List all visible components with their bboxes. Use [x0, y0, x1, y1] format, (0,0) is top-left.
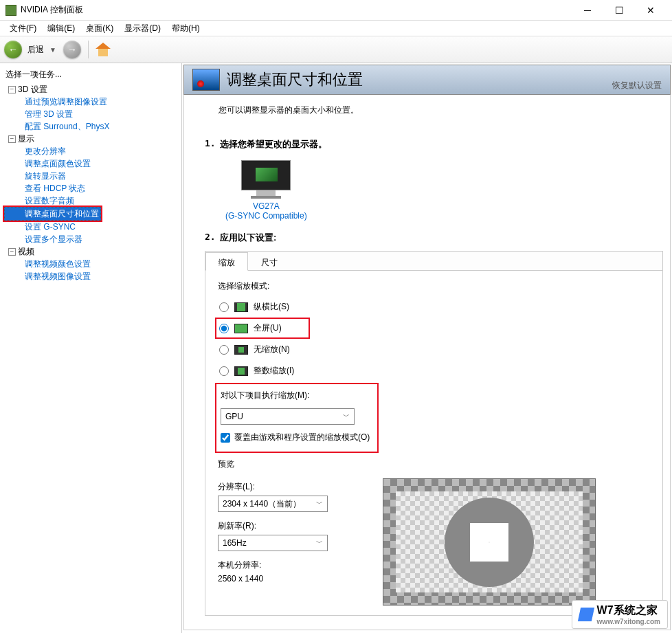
close-button[interactable]: ✕ [635, 0, 667, 21]
radio-integer[interactable]: 整数缩放(I) [218, 363, 650, 379]
chevron-down-icon: ﹀ [343, 412, 350, 421]
preview-graphic [383, 478, 596, 606]
radio-fullscreen-input[interactable] [219, 324, 229, 333]
scale-mode-label: 选择缩放模式: [218, 280, 650, 292]
home-button[interactable] [96, 43, 111, 56]
tree-item-video-image[interactable]: 调整视频图像设置 [4, 270, 180, 282]
tree-item-surround[interactable]: 配置 Surround、PhysX [4, 120, 180, 133]
tree-item-size-position[interactable]: 调整桌面尺寸和位置 [4, 207, 101, 221]
radio-fullscreen[interactable]: 全屏(U) [218, 320, 307, 336]
tab-scale[interactable]: 缩放 [205, 252, 248, 271]
collapse-icon[interactable]: − [8, 248, 16, 256]
tree-group-display[interactable]: − 显示 [4, 133, 180, 145]
sidebar-title: 选择一项任务... [1, 66, 180, 83]
step-2-label: 2. 应用以下设置: [205, 232, 663, 244]
settings-panel: 缩放 尺寸 选择缩放模式: 纵横比(S) 全屏(U) [205, 251, 663, 616]
resolution-label: 分辨率(L): [218, 481, 383, 493]
override-checkbox-row[interactable]: 覆盖由游戏和程序设置的缩放模式(O) [221, 432, 373, 443]
native-res-label: 本机分辨率: [218, 559, 383, 571]
preview-section: 分辨率(L): 2304 x 1440（当前） ﹀ 刷新率(R): 165Hz … [218, 477, 650, 606]
watermark-brand: W7系统之家 [597, 603, 660, 618]
resolution-select[interactable]: 2304 x 1440（当前） ﹀ [218, 496, 328, 512]
refresh-label: 刷新率(R): [218, 520, 383, 532]
chevron-down-icon: ﹀ [316, 538, 323, 548]
tree-item-hdcp[interactable]: 查看 HDCP 状态 [4, 182, 180, 195]
window-title: NVIDIA 控制面板 [21, 4, 572, 16]
step-1-label: 1. 选择您希望更改的显示器。 [205, 138, 663, 151]
tree-item-gsync[interactable]: 设置 G-SYNC [4, 221, 180, 233]
tree-group-3d[interactable]: − 3D 设置 [4, 83, 180, 96]
tab-size[interactable]: 尺寸 [248, 252, 291, 271]
page-title: 调整桌面尺寸和位置 [227, 69, 612, 90]
aspect-icon [234, 302, 248, 312]
fullscreen-icon [234, 324, 248, 333]
perform-scaling-select[interactable]: GPU ﹀ [221, 408, 355, 425]
back-label: 后退 [27, 44, 44, 56]
minimize-button[interactable]: ─ [572, 0, 603, 21]
forward-button[interactable]: → [63, 41, 81, 58]
tree-item-rotate[interactable]: 旋转显示器 [4, 170, 180, 182]
monitor-icon [241, 160, 291, 199]
watermark-logo-icon [577, 608, 594, 621]
menu-file[interactable]: 文件(F) [4, 21, 42, 36]
monitor-name: VG27A [225, 201, 307, 211]
collapse-icon[interactable]: − [8, 86, 16, 93]
watermark: W7系统之家 www.w7xitong.com [572, 600, 668, 629]
tree-item-video-color[interactable]: 调整视频颜色设置 [4, 258, 180, 270]
tabs: 缩放 尺寸 [205, 252, 662, 271]
content-header: 调整桌面尺寸和位置 恢复默认设置 [183, 65, 671, 95]
back-button[interactable]: ← [4, 41, 22, 58]
nvidia-app-icon [5, 5, 16, 16]
menu-desktop[interactable]: 桌面(K) [80, 21, 119, 36]
native-res-value: 2560 x 1440 [218, 574, 383, 584]
perform-label: 对以下项目执行缩放(M): [221, 390, 373, 401]
task-tree: − 3D 设置 通过预览调整图像设置 管理 3D 设置 配置 Surround、… [1, 83, 180, 282]
tree-item-audio[interactable]: 设置数字音频 [4, 195, 180, 207]
integer-icon [234, 366, 248, 376]
monitor-header-icon [192, 69, 220, 91]
radio-none-input[interactable] [219, 345, 229, 355]
perform-scaling-block: 对以下项目执行缩放(M): GPU ﹀ 覆盖由游戏和程序设置的缩放模式(O) [218, 386, 376, 450]
monitor-selector[interactable]: VG27A (G-SYNC Compatible) [205, 157, 328, 223]
titlebar: NVIDIA 控制面板 ─ ☐ ✕ [0, 0, 672, 21]
tree-item-preview-adjust[interactable]: 通过预览调整图像设置 [4, 96, 180, 108]
refresh-select[interactable]: 165Hz ﹀ [218, 535, 328, 551]
tree-item-color[interactable]: 调整桌面颜色设置 [4, 157, 180, 170]
tree-item-manage-3d[interactable]: 管理 3D 设置 [4, 108, 180, 120]
collapse-icon[interactable]: − [8, 135, 16, 143]
intro-text: 您可以调整显示器的桌面大小和位置。 [205, 102, 663, 130]
watermark-url: www.w7xitong.com [597, 618, 660, 625]
radio-aspect-input[interactable] [219, 302, 229, 312]
chevron-down-icon: ﹀ [316, 499, 323, 509]
radio-integer-input[interactable] [219, 366, 229, 376]
maximize-button[interactable]: ☐ [603, 0, 635, 21]
content-pane: 调整桌面尺寸和位置 恢复默认设置 您可以调整显示器的桌面大小和位置。 1. 选择… [182, 63, 672, 633]
restore-defaults-link[interactable]: 恢复默认设置 [612, 80, 662, 91]
menu-edit[interactable]: 编辑(E) [42, 21, 80, 36]
override-checkbox[interactable] [221, 433, 230, 443]
tree-group-video[interactable]: − 视频 [4, 245, 180, 258]
toolbar-separator [88, 41, 89, 58]
noscale-icon [234, 345, 248, 355]
preview-label: 预览 [218, 458, 650, 470]
task-sidebar: 选择一项任务... − 3D 设置 通过预览调整图像设置 管理 3D 设置 配置… [0, 63, 182, 633]
menu-help[interactable]: 帮助(H) [166, 21, 205, 36]
menubar: 文件(F) 编辑(E) 桌面(K) 显示器(D) 帮助(H) [0, 21, 672, 36]
menu-display[interactable]: 显示器(D) [119, 21, 166, 36]
radio-aspect[interactable]: 纵横比(S) [218, 299, 650, 315]
monitor-compat: (G-SYNC Compatible) [225, 211, 307, 221]
radio-none[interactable]: 无缩放(N) [218, 342, 650, 357]
back-dropdown-icon[interactable]: ▼ [49, 46, 56, 54]
toolbar: ← 后退 ▼ → [0, 36, 672, 63]
tree-item-resolution[interactable]: 更改分辨率 [4, 145, 180, 157]
tree-item-multi-display[interactable]: 设置多个显示器 [4, 233, 180, 245]
